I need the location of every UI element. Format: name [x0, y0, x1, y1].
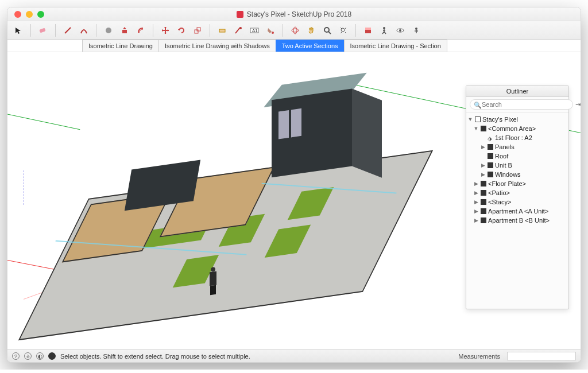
- outliner-item-label: Roof: [495, 153, 508, 160]
- svg-rect-3: [195, 30, 198, 33]
- rotate-tool-icon[interactable]: [176, 25, 187, 36]
- outliner-row[interactable]: ▶Apartment B <B Unit>: [467, 216, 567, 225]
- disclosure-triangle-icon[interactable]: ▶: [473, 208, 479, 214]
- group-icon: [481, 199, 486, 205]
- line-tool-icon[interactable]: [63, 25, 73, 36]
- toolbar-separator: [30, 24, 31, 37]
- outliner-search-row: 🔍 ⇥: [466, 97, 568, 112]
- disclosure-triangle-icon[interactable]: ▼: [467, 116, 473, 122]
- app-window: Stacy's Pixel - SketchUp Pro 2018 A1: [7, 7, 581, 363]
- group-icon: [481, 190, 486, 196]
- disclosure-triangle-icon[interactable]: ▶: [480, 162, 486, 168]
- outliner-row[interactable]: ▶Unit B: [467, 161, 567, 170]
- arc-tool-icon[interactable]: [79, 25, 89, 36]
- outliner-item-label: Panels: [495, 143, 514, 150]
- wall-side: [352, 88, 382, 177]
- scale-figure-stacy: [208, 266, 218, 295]
- zoom-extents-tool-icon[interactable]: [338, 25, 349, 36]
- position-camera-tool-icon[interactable]: [411, 25, 421, 36]
- svg-point-19: [415, 28, 417, 30]
- scene-tab[interactable]: Isometric Line Drawing - Section: [344, 40, 447, 52]
- outliner-row[interactable]: ▼<Common Area>: [467, 124, 567, 133]
- outliner-item-label: Windows: [495, 171, 521, 178]
- svg-rect-2: [122, 30, 127, 33]
- disclosure-triangle-icon[interactable]: ▶: [473, 217, 479, 223]
- outliner-item-label: <Common Area>: [488, 125, 536, 132]
- outliner-row[interactable]: ▶<Patio>: [467, 188, 567, 197]
- outliner-search-input[interactable]: [470, 99, 573, 110]
- disclosure-triangle-icon[interactable]: ▶: [473, 199, 479, 205]
- toolbar-separator: [55, 24, 56, 37]
- disclosure-triangle-icon[interactable]: ▶: [473, 181, 479, 187]
- scene-tab[interactable]: Isometric Line Drawing: [82, 40, 159, 52]
- orbit-tool-icon[interactable]: [290, 25, 300, 36]
- window: [291, 108, 301, 138]
- outliner-title: Outliner: [466, 86, 568, 97]
- group-icon: [488, 162, 493, 168]
- svg-point-6: [239, 27, 242, 29]
- section-plane-icon: [488, 135, 493, 141]
- outliner-row[interactable]: ▼Stacy's Pixel: [467, 115, 567, 124]
- eraser-tool-icon[interactable]: [38, 25, 48, 36]
- outliner-item-label: Unit B: [495, 162, 512, 169]
- svg-point-1: [106, 28, 111, 33]
- shape-tool-icon[interactable]: [103, 25, 114, 36]
- toolbar-separator: [283, 24, 283, 37]
- outliner-row[interactable]: ▶Panels: [467, 142, 567, 151]
- help-icon[interactable]: ?: [12, 352, 20, 360]
- outliner-tree[interactable]: ▼Stacy's Pixel▼<Common Area>1st Floor : …: [466, 112, 568, 309]
- outliner-row[interactable]: ▶Apartment A <A Unit>: [467, 207, 567, 216]
- search-icon: 🔍: [474, 102, 482, 109]
- group-icon: [481, 181, 486, 187]
- measurements-label: Measurements: [458, 353, 500, 360]
- section-tool-icon[interactable]: [363, 25, 373, 36]
- disclosure-triangle-icon[interactable]: ▶: [473, 190, 479, 196]
- details-icon[interactable]: ⇥: [575, 100, 581, 108]
- scale-tool-icon[interactable]: [192, 25, 203, 36]
- outliner-row[interactable]: ▶Windows: [467, 170, 567, 179]
- lookaround-tool-icon[interactable]: [395, 25, 405, 36]
- walk-tool-icon[interactable]: [379, 25, 389, 36]
- text-tool-icon[interactable]: [233, 25, 243, 36]
- svg-point-10: [292, 29, 299, 32]
- svg-point-12: [324, 28, 329, 32]
- outliner-item-label: Stacy's Pixel: [482, 116, 518, 123]
- scene-tab-label: Isometric Line Drawing - Section: [350, 42, 441, 49]
- move-tool-icon[interactable]: [160, 25, 171, 36]
- offset-tool-icon[interactable]: [136, 25, 146, 36]
- toolbar-separator: [355, 24, 356, 37]
- paint-tool-icon[interactable]: [265, 25, 276, 36]
- outliner-item-label: Apartment B <B Unit>: [488, 217, 550, 224]
- outliner-item-label: Apartment A <A Unit>: [488, 208, 548, 215]
- pan-tool-icon[interactable]: [306, 25, 316, 36]
- model-3d[interactable]: [53, 61, 409, 349]
- measurements-input[interactable]: [507, 352, 576, 360]
- viewport[interactable]: Outliner 🔍 ⇥ ▼Stacy's Pixel▼<Common Area…: [7, 52, 581, 349]
- outliner-item-label: <Patio>: [488, 189, 510, 196]
- credits-icon[interactable]: [48, 352, 56, 360]
- disclosure-triangle-icon[interactable]: ▼: [473, 126, 479, 131]
- disclosure-triangle-icon[interactable]: ▶: [480, 144, 486, 150]
- pushpull-tool-icon[interactable]: [119, 25, 130, 36]
- zoom-tool-icon[interactable]: [322, 25, 332, 36]
- scene-tab-label: Two Active Sections: [282, 42, 338, 49]
- outliner-row[interactable]: ▶<Stacy>: [467, 197, 567, 207]
- person-icon[interactable]: ✮: [24, 352, 32, 360]
- tape-tool-icon[interactable]: [217, 25, 227, 36]
- outliner-row[interactable]: ▶<Floor Plate>: [467, 179, 567, 188]
- outliner-row[interactable]: Roof: [467, 151, 567, 161]
- svg-point-18: [399, 29, 401, 32]
- scene-tab-label: Isometric Line Drawing with Shadows: [165, 42, 270, 49]
- scene-tab-active[interactable]: Two Active Sections: [276, 40, 345, 52]
- outliner-panel[interactable]: Outliner 🔍 ⇥ ▼Stacy's Pixel▼<Common Area…: [466, 86, 569, 309]
- svg-point-16: [383, 27, 385, 29]
- outliner-item-label: <Stacy>: [488, 199, 511, 205]
- disclosure-triangle-icon[interactable]: ▶: [480, 172, 486, 177]
- geo-icon[interactable]: ◐: [36, 352, 44, 360]
- outliner-row[interactable]: 1st Floor : A2: [467, 133, 567, 142]
- dimension-tool-icon[interactable]: A1: [249, 25, 260, 36]
- window-title-text: Stacy's Pixel - SketchUp Pro 2018: [247, 10, 351, 18]
- scene-tab[interactable]: Isometric Line Drawing with Shadows: [158, 40, 276, 52]
- upper-unit: [272, 76, 372, 179]
- select-tool-icon[interactable]: [13, 25, 24, 36]
